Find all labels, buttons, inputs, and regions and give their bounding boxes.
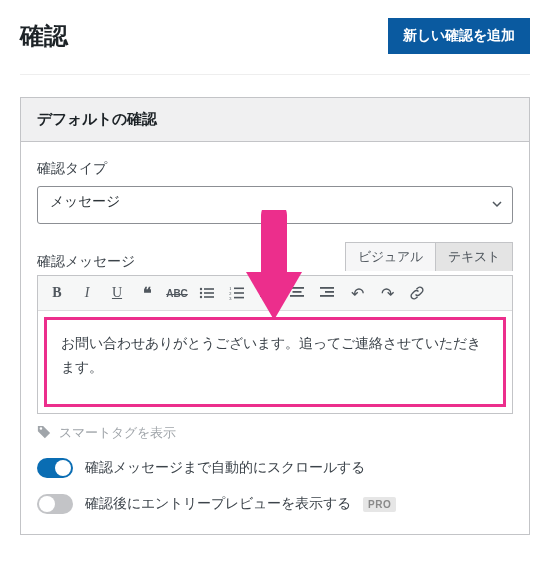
entry-preview-label: 確認後にエントリープレビューを表示する [85,495,351,513]
svg-rect-1 [204,288,214,290]
svg-rect-19 [325,291,334,293]
align-right-button[interactable] [316,282,338,304]
smart-tags-label: スマートタグを表示 [59,424,176,442]
undo-button[interactable]: ↶ [346,282,368,304]
entry-preview-toggle[interactable] [37,494,73,514]
panel-title: デフォルトの確認 [21,98,529,142]
svg-rect-5 [204,296,214,298]
svg-rect-17 [290,295,304,297]
svg-rect-9 [234,292,244,294]
type-label: 確認タイプ [37,160,513,178]
editor-area: B I U ❝ ABC 123 [37,275,513,414]
redo-button[interactable]: ↷ [376,282,398,304]
divider [20,74,530,75]
add-confirmation-button[interactable]: 新しい確認を追加 [388,18,530,54]
blockquote-button[interactable]: ❝ [136,282,158,304]
pro-badge: PRO [363,497,396,512]
tab-visual[interactable]: ビジュアル [345,242,436,271]
tab-text[interactable]: テキスト [435,242,513,271]
strikethrough-button[interactable]: ABC [166,282,188,304]
svg-rect-14 [260,295,274,297]
numbered-list-button[interactable]: 123 [226,282,248,304]
editor-content-wrap: お問い合わせありがとうございます。追ってご連絡させていただきます。 [38,311,512,413]
confirmation-panel: デフォルトの確認 確認タイプ メッセージ 確認メッセージ ビジュアル テキスト … [20,97,530,535]
svg-rect-15 [290,287,304,289]
auto-scroll-toggle[interactable] [37,458,73,478]
page-title: 確認 [20,20,68,52]
svg-rect-11 [234,297,244,299]
svg-rect-7 [234,288,244,290]
underline-button[interactable]: U [106,282,128,304]
confirmation-message-textarea[interactable]: お問い合わせありがとうございます。追ってご連絡させていただきます。 [44,317,506,407]
svg-rect-20 [320,295,334,297]
align-center-button[interactable] [286,282,308,304]
svg-text:3: 3 [229,296,232,300]
bold-button[interactable]: B [46,282,68,304]
svg-rect-18 [320,287,334,289]
svg-point-2 [200,292,202,294]
svg-point-0 [200,288,202,290]
bullet-list-button[interactable] [196,282,218,304]
svg-rect-13 [260,291,269,293]
message-label: 確認メッセージ [37,253,135,271]
svg-rect-16 [293,291,302,293]
auto-scroll-label: 確認メッセージまで自動的にスクロールする [85,459,365,477]
link-button[interactable] [406,282,428,304]
confirmation-type-select[interactable]: メッセージ [37,186,513,224]
italic-button[interactable]: I [76,282,98,304]
smart-tags-link[interactable]: スマートタグを表示 [37,424,513,442]
editor-toolbar: B I U ❝ ABC 123 [38,276,512,311]
svg-rect-12 [260,287,274,289]
tag-icon [37,425,51,442]
align-left-button[interactable] [256,282,278,304]
svg-point-4 [200,296,202,298]
svg-rect-3 [204,292,214,294]
